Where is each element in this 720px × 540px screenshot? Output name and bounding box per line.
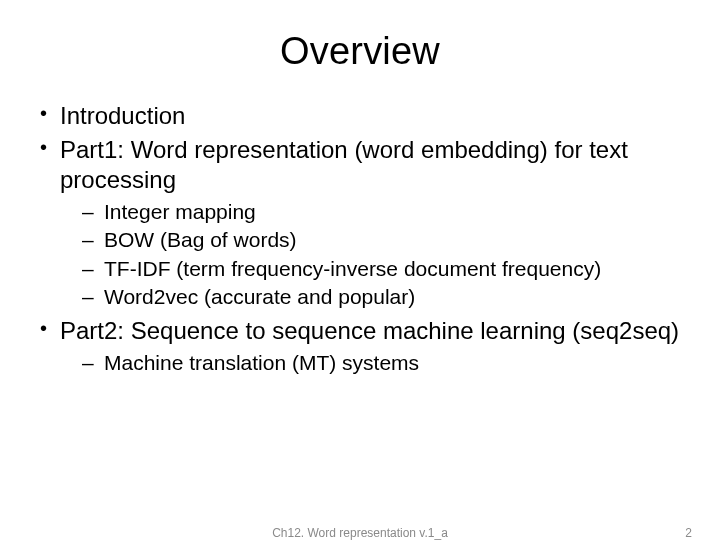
bullet-list-level2: Integer mapping BOW (Bag of words) TF-ID… [60,199,680,310]
subbullet-text: BOW (Bag of words) [104,228,297,251]
subbullet-text: Machine translation (MT) systems [104,351,419,374]
bullet-text: Part2: Sequence to sequence machine lear… [60,317,679,344]
subbullet-text: TF-IDF (term frequency-inverse document … [104,257,601,280]
subbullet-tfidf: TF-IDF (term frequency-inverse document … [60,256,680,282]
slide-title: Overview [40,30,680,73]
footer-center-text: Ch12. Word representation v.1_a [0,526,720,540]
subbullet-text: Integer mapping [104,200,256,223]
bullet-list-level1: Introduction Part1: Word representation … [40,101,680,376]
bullet-part1: Part1: Word representation (word embeddi… [40,135,680,310]
bullet-part2: Part2: Sequence to sequence machine lear… [40,316,680,376]
subbullet-text: Word2vec (accurate and popular) [104,285,415,308]
slide-content: Introduction Part1: Word representation … [40,101,680,376]
subbullet-mt: Machine translation (MT) systems [60,350,680,376]
subbullet-word2vec: Word2vec (accurate and popular) [60,284,680,310]
bullet-introduction: Introduction [40,101,680,131]
slide: Overview Introduction Part1: Word repres… [0,0,720,540]
subbullet-bow: BOW (Bag of words) [60,227,680,253]
bullet-list-level2: Machine translation (MT) systems [60,350,680,376]
page-number: 2 [685,526,692,540]
bullet-text: Introduction [60,102,185,129]
bullet-text: Part1: Word representation (word embeddi… [60,136,628,193]
subbullet-integer-mapping: Integer mapping [60,199,680,225]
